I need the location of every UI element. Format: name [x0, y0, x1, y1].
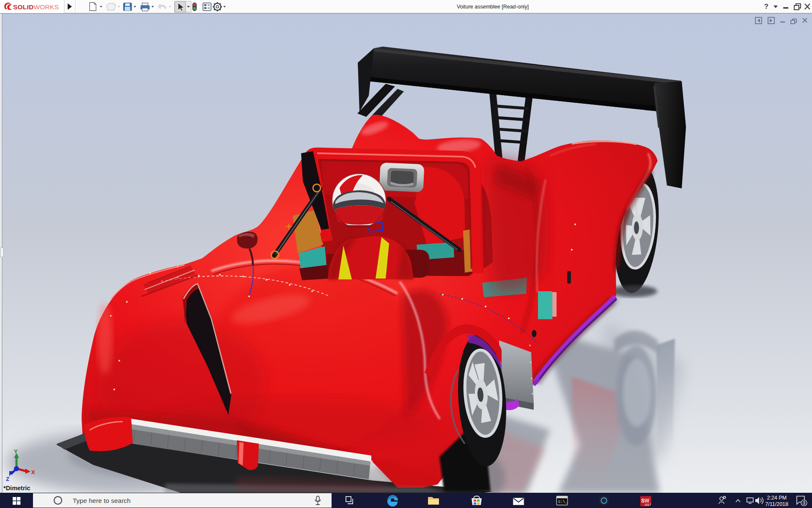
svg-text:X: X [31, 469, 35, 475]
svg-text:Voiture assemblee [Read-only]: Voiture assemblee [Read-only] [457, 4, 529, 10]
svg-text:*Dimetric: *Dimetric [3, 485, 30, 491]
svg-text:Y: Y [14, 448, 18, 455]
svg-text:Type here to search: Type here to search [73, 497, 131, 504]
svg-text:Z: Z [6, 476, 9, 482]
svg-text:?: ? [764, 3, 768, 10]
svg-text:2017: 2017 [645, 503, 651, 506]
svg-text:7/11/2018: 7/11/2018 [765, 501, 788, 507]
svg-text:SOLIDWORKS: SOLIDWORKS [13, 3, 59, 11]
svg-text:C:\_: C:\_ [558, 500, 568, 504]
svg-text:3: 3 [803, 501, 805, 505]
svg-text:2:24 PM: 2:24 PM [767, 495, 787, 501]
svg-text:SW: SW [641, 498, 650, 504]
